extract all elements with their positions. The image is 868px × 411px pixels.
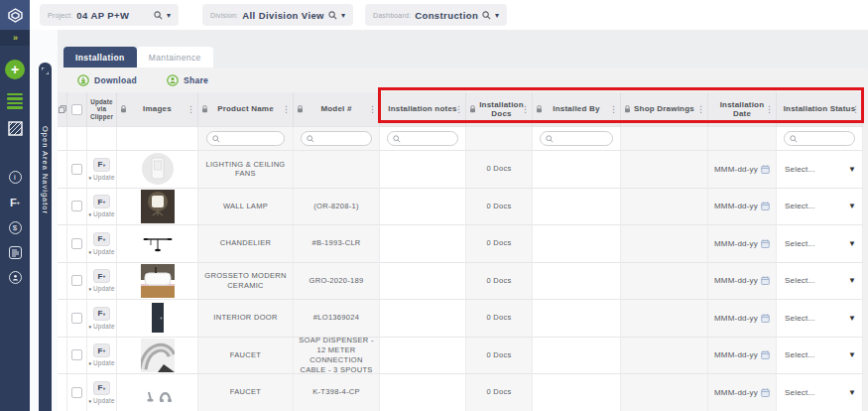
installation-status-select[interactable]: Select...▼ (777, 374, 863, 411)
chevron-down-icon[interactable]: ▼ (848, 202, 856, 210)
faucet-set-photo[interactable] (141, 375, 175, 409)
column-menu-icon[interactable]: ⋮ (696, 105, 705, 114)
search-icon[interactable] (154, 11, 163, 20)
column-menu-icon[interactable]: ⋮ (186, 105, 195, 114)
installation-status-select[interactable]: Select...▼ (777, 189, 863, 226)
calendar-icon[interactable] (761, 276, 770, 285)
installation-docs-cell[interactable]: 0 Docs (466, 225, 533, 263)
row-image-cell[interactable] (117, 263, 198, 301)
search-icon[interactable] (328, 11, 337, 20)
row-checkbox[interactable] (67, 263, 87, 301)
installation-notes-cell[interactable] (380, 374, 466, 411)
download-button[interactable]: Download (77, 74, 137, 86)
share-button[interactable]: Share (167, 74, 208, 86)
chevron-down-icon[interactable]: ▼ (848, 350, 856, 359)
chandelier-drawing[interactable] (141, 226, 175, 260)
chevron-down-icon[interactable]: ▼ (848, 165, 856, 174)
installation-docs-cell[interactable]: 0 Docs (466, 300, 533, 338)
clipper-badge-icon[interactable]: F+ (93, 381, 110, 395)
column-menu-icon[interactable]: ⋮ (609, 105, 618, 114)
row-checkbox[interactable] (67, 189, 87, 226)
installation-date-cell[interactable]: MMM-dd-yy (708, 374, 777, 411)
header-installed-by[interactable]: Installed By ⋮ (533, 92, 621, 127)
add-button[interactable]: + (5, 60, 25, 79)
ceiling-light-photo[interactable] (141, 152, 175, 186)
chevron-down-icon[interactable]: ▼ (848, 239, 856, 248)
header-installation-status[interactable]: Installation Status ⋮ (777, 92, 863, 127)
search-icon[interactable] (482, 11, 491, 20)
shop-drawings-cell[interactable] (621, 189, 708, 226)
chevron-down-icon[interactable]: ▼ (848, 276, 856, 285)
menu-icon[interactable] (7, 93, 23, 109)
tab-installation[interactable]: Installation (63, 47, 137, 68)
document-icon[interactable] (9, 246, 22, 259)
shop-drawings-cell[interactable] (621, 263, 708, 301)
sidebar-collapse-button[interactable]: » (0, 30, 30, 46)
search-input[interactable] (387, 131, 458, 146)
clipper-badge-icon[interactable]: F+ (93, 307, 110, 321)
column-menu-icon[interactable]: ⋮ (282, 105, 291, 114)
ffe-icon[interactable]: F+ (8, 196, 22, 209)
calendar-icon[interactable] (761, 239, 770, 248)
installed-by-cell[interactable] (533, 189, 621, 226)
search-input[interactable] (301, 131, 372, 146)
header-shop-drawings[interactable]: Shop Drawings ⋮ (621, 92, 708, 127)
installation-notes-cell[interactable] (380, 300, 466, 338)
row-checkbox[interactable] (67, 374, 87, 411)
header-installation-docs[interactable]: Installation Docs ⋮ (466, 92, 533, 127)
chevron-down-icon[interactable]: ▾ (495, 11, 499, 20)
installation-date-cell[interactable]: MMM-dd-yy (708, 189, 777, 226)
update-button[interactable]: ▾ Update (88, 210, 114, 217)
division-selector[interactable]: Division: All Division View ▾ (202, 4, 353, 26)
row-checkbox[interactable] (67, 151, 87, 189)
header-model[interactable]: Model # ⋮ (294, 92, 380, 127)
faucet-chrome-photo[interactable] (141, 339, 175, 372)
calendar-icon[interactable] (761, 388, 770, 397)
calendar-icon[interactable] (761, 165, 770, 174)
calendar-icon[interactable] (761, 350, 770, 359)
installation-notes-cell[interactable] (380, 338, 466, 375)
installation-docs-cell[interactable]: 0 Docs (466, 374, 533, 411)
installed-by-cell[interactable] (533, 300, 621, 338)
row-checkbox[interactable] (67, 300, 87, 338)
project-selector[interactable]: Project: 04 AP P+W ▾ (40, 4, 179, 26)
installation-notes-cell[interactable] (380, 263, 466, 301)
installed-by-cell[interactable] (533, 263, 621, 301)
filter-installation-status[interactable] (777, 127, 863, 151)
installation-docs-cell[interactable]: 0 Docs (466, 189, 533, 226)
row-update-clipper[interactable]: F+ ▾ Update (87, 300, 117, 338)
header-select-all-checkbox[interactable] (67, 92, 87, 127)
row-update-clipper[interactable]: F+ ▾ Update (87, 263, 117, 301)
chevron-down-icon[interactable]: ▾ (167, 11, 171, 20)
row-checkbox[interactable] (67, 225, 87, 263)
update-button[interactable]: ▾ Update (88, 323, 114, 330)
filter-installed-by[interactable] (533, 127, 621, 151)
installation-notes-cell[interactable] (380, 151, 466, 189)
installation-status-select[interactable]: Select...▼ (777, 300, 863, 338)
filter-product-name[interactable] (198, 127, 294, 151)
installation-notes-cell[interactable] (380, 189, 466, 226)
chevron-down-icon[interactable]: ▼ (848, 314, 856, 323)
dashboard-selector[interactable]: Dashboard: Construction ▾ (365, 4, 507, 26)
row-image-cell[interactable] (117, 151, 198, 189)
update-button[interactable]: ▾ Update (88, 248, 114, 255)
filter-model[interactable] (294, 127, 380, 151)
installation-docs-cell[interactable]: 0 Docs (466, 151, 533, 189)
clipper-badge-icon[interactable]: F+ (93, 269, 110, 283)
installation-status-select[interactable]: Select...▼ (777, 225, 863, 263)
column-menu-icon[interactable]: ⋮ (454, 105, 463, 114)
shop-drawings-cell[interactable] (621, 300, 708, 338)
calendar-icon[interactable] (761, 314, 770, 323)
chevron-down-icon[interactable]: ▾ (341, 11, 345, 20)
row-update-clipper[interactable]: F+ ▾ Update (87, 189, 117, 226)
row-update-clipper[interactable]: F+ ▾ Update (87, 151, 117, 189)
row-update-clipper[interactable]: F+ ▾ Update (87, 225, 117, 263)
installation-status-select[interactable]: Select...▼ (777, 338, 863, 375)
row-image-cell[interactable] (117, 338, 198, 375)
row-update-clipper[interactable]: F+ ▾ Update (87, 374, 117, 411)
user-support-icon[interactable] (9, 271, 22, 284)
header-installation-date[interactable]: Installation Date ⋮ (708, 92, 777, 127)
info-icon[interactable]: i (9, 171, 22, 184)
calendar-icon[interactable] (761, 202, 770, 210)
installation-date-cell[interactable]: MMM-dd-yy (708, 338, 777, 375)
